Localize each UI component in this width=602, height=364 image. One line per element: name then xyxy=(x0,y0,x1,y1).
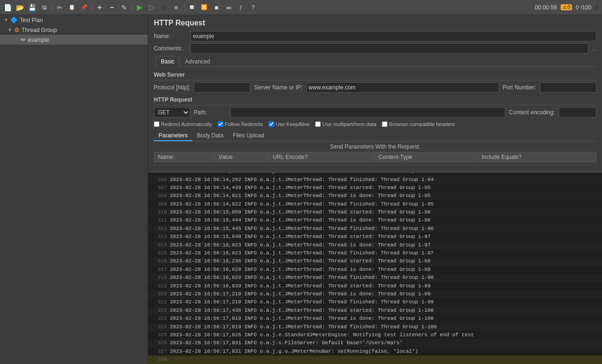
protocol-input[interactable] xyxy=(194,82,250,93)
start-button[interactable]: ▶ xyxy=(134,2,145,13)
checkbox-follow[interactable]: Follow Redirects xyxy=(218,121,263,127)
checkbox-browser[interactable]: Browser-compatible headers xyxy=(382,121,455,127)
open-button[interactable]: 📂 xyxy=(14,2,25,13)
name-input[interactable] xyxy=(190,31,596,41)
name-label: Name: xyxy=(154,33,187,40)
log-area[interactable]: ... 2972023-02-28 16:56:12,516 INFO o.a.… xyxy=(148,172,602,364)
empty-cell-2 xyxy=(214,162,269,166)
port-label: Port Number: xyxy=(503,84,536,91)
multipart-checkbox[interactable] xyxy=(315,121,321,127)
checkbox-keepalive[interactable]: Use KeepAlive xyxy=(269,121,309,127)
log-line-number: 308 xyxy=(152,192,167,199)
add-button[interactable]: + xyxy=(94,2,105,13)
thread-count: 0 /100 ⬛ xyxy=(576,4,600,11)
log-line: 3102023-02-28 16:56:15,050 INFO o.a.j.t.… xyxy=(148,208,602,216)
log-line-text: 2023-02-28 16:56:17,210 INFO o.a.j.t.JMe… xyxy=(170,291,431,298)
multipart-label: Use multipart/form-data xyxy=(322,121,376,127)
log-line: 3182023-02-28 16:56:16,629 INFO o.a.j.t.… xyxy=(148,274,602,282)
browser-checkbox[interactable] xyxy=(382,121,388,127)
function-helper-button[interactable]: ƒ xyxy=(235,2,246,13)
log-line-number: 315 xyxy=(152,250,167,257)
port-input[interactable] xyxy=(540,82,596,93)
sub-tab-body-data[interactable]: Body Data xyxy=(192,131,228,141)
log-line: 328 xyxy=(148,356,602,364)
keepalive-checkbox[interactable] xyxy=(269,121,274,127)
col-header-url-encode: URL Encode? xyxy=(269,152,375,162)
save-as-button[interactable]: 🖫 xyxy=(39,2,50,13)
expand-icon: ▼ xyxy=(4,17,8,23)
log-line: 3092023-02-28 16:56:14,822 INFO o.a.j.t.… xyxy=(148,200,602,208)
toolbar: 📄 📂 💾 🖫 ✂ 📋 📌 + − ✎ ▶ ▷ ⬛ ⏺ 🔲 🔀 ⏹ ⏭ ƒ ? … xyxy=(0,0,602,15)
paste-button[interactable]: 📌 xyxy=(79,2,90,13)
method-row: GET POST PUT DELETE PATCH Path: Content … xyxy=(154,107,596,118)
log-line-number: 317 xyxy=(152,266,167,273)
remote-stop-button[interactable]: ⏹ xyxy=(211,2,222,13)
remote-start-button[interactable]: 🔀 xyxy=(198,2,210,13)
method-select[interactable]: GET POST PUT DELETE PATCH xyxy=(154,107,190,118)
log-line-number: 309 xyxy=(152,201,167,208)
shutdown-button[interactable]: ⏺ xyxy=(171,2,182,13)
log-line-text: 2023-02-28 16:56:17,826 INFO o.a.j.e.Sta… xyxy=(170,332,474,339)
tree-item-test-plan[interactable]: ▼ 🔷 Test Plan xyxy=(0,15,148,25)
name-row: Name: xyxy=(154,31,596,41)
log-line-text: 2023-02-28 16:56:17,831 INFO o.a.j.g.u.J… xyxy=(170,348,418,355)
comments-input[interactable] xyxy=(190,43,588,54)
remove-button[interactable]: − xyxy=(106,2,118,13)
log-line-text: 2023-02-28 16:56:16,236 INFO o.a.j.t.JMe… xyxy=(170,258,431,265)
log-line-number: 318 xyxy=(152,274,167,281)
tab-basic[interactable]: Basic xyxy=(156,56,180,67)
log-line-text: 2023-02-28 16:56:14,252 INFO o.a.j.t.JMe… xyxy=(170,176,434,183)
log-line-number: 320 xyxy=(152,291,167,298)
log-line-text: 2023-02-28 16:56:17,819 INFO o.a.j.t.JMe… xyxy=(170,324,437,331)
http-request-area: HTTP Request Name: Comments: ... Basic A… xyxy=(148,15,602,172)
expand-icon-2: ▼ xyxy=(8,27,12,32)
log-line: 3142023-02-28 16:56:16,023 INFO o.a.j.t.… xyxy=(148,241,602,249)
copy-button[interactable]: 📋 xyxy=(66,2,78,13)
log-line-text: 2023-02-28 16:56:16,628 INFO o.a.j.t.JMe… xyxy=(170,266,431,273)
follow-label: Follow Redirects xyxy=(225,121,263,127)
log-line: 3192023-02-28 16:56:16,839 INFO o.a.j.t.… xyxy=(148,282,602,290)
scroll-indicator: ... xyxy=(592,45,596,52)
separator-4 xyxy=(184,3,184,12)
empty-cell-3 xyxy=(269,162,375,166)
tree-item-example[interactable]: ✏ example xyxy=(0,35,148,45)
example-icon: ✏ xyxy=(21,36,26,43)
start-no-pause-button[interactable]: ▷ xyxy=(146,2,158,13)
tree-item-thread-group[interactable]: ▼ ⚙ Thread Group xyxy=(0,25,148,35)
content-encoding-input[interactable] xyxy=(559,107,596,118)
web-server-header: Web Server xyxy=(154,70,596,80)
path-input[interactable] xyxy=(230,107,506,118)
help-button[interactable]: ? xyxy=(247,2,259,13)
col-header-include-equals: Include Equals? xyxy=(477,152,596,162)
log-line: 3052023-02-28 16:56:14,251 INFO o.a.j.t.… xyxy=(148,172,602,176)
tab-advanced[interactable]: Advanced xyxy=(180,56,215,67)
clear-button[interactable]: ✎ xyxy=(119,2,130,13)
log-line: 3072023-02-28 16:56:14,439 INFO o.a.j.t.… xyxy=(148,184,602,192)
new-button[interactable]: 📄 xyxy=(2,2,13,13)
empty-cell-1 xyxy=(154,162,215,166)
redirect-checkbox[interactable] xyxy=(154,121,159,127)
cut-button[interactable]: ✂ xyxy=(54,2,65,13)
log-line-text: 2023-02-28 16:56:17,436 INFO o.a.j.t.JMe… xyxy=(170,307,434,314)
remote-exit-button[interactable]: ⏭ xyxy=(223,2,234,13)
checkbox-row: Redirect Automatically Follow Redirects … xyxy=(154,119,596,129)
checkbox-multipart[interactable]: Use multipart/form-data xyxy=(315,121,376,127)
log-line-number: 326 xyxy=(152,340,167,347)
follow-checkbox[interactable] xyxy=(218,121,223,127)
log-line-number: 314 xyxy=(152,242,167,249)
server-input[interactable] xyxy=(306,82,499,93)
shrink-button[interactable]: 🔲 xyxy=(186,2,198,13)
stop-button[interactable]: ⬛ xyxy=(158,2,170,13)
log-line: 3062023-02-28 16:56:14,252 INFO o.a.j.t.… xyxy=(148,176,602,184)
log-line-text: 2023-02-28 16:56:17,210 INFO o.a.j.t.JMe… xyxy=(170,299,434,306)
log-line-number: 325 xyxy=(152,332,167,339)
right-panel: HTTP Request Name: Comments: ... Basic A… xyxy=(148,15,602,364)
separator-3 xyxy=(132,3,132,12)
sub-tab-files-upload[interactable]: Files Upload xyxy=(228,131,269,141)
checkbox-redirect[interactable]: Redirect Automatically xyxy=(154,121,212,127)
sub-tab-parameters[interactable]: Parameters xyxy=(154,131,192,141)
log-line-text: 2023-02-28 16:56:17,819 INFO o.a.j.t.JMe… xyxy=(170,315,434,322)
log-line: 3122023-02-28 16:56:15,445 INFO o.a.j.t.… xyxy=(148,225,602,233)
redirect-label: Redirect Automatically xyxy=(161,121,212,127)
save-button[interactable]: 💾 xyxy=(26,2,38,13)
